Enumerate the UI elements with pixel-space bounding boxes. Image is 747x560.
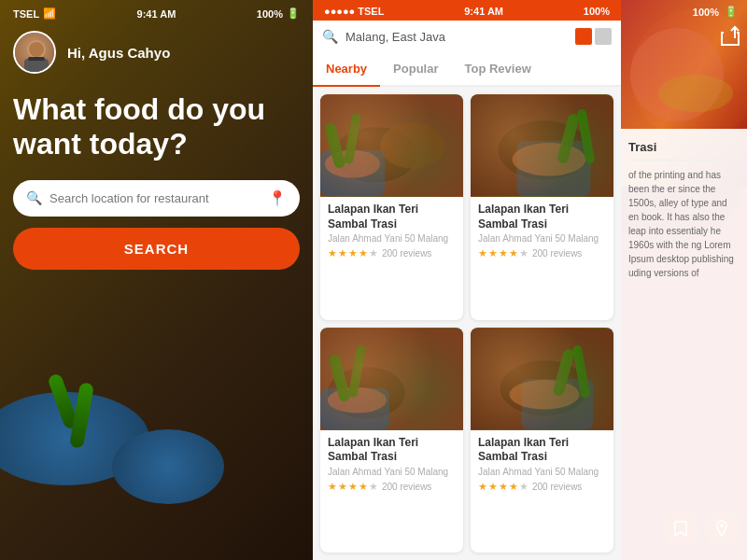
review-count-4: 200 reviews <box>532 482 582 492</box>
svg-rect-2 <box>24 59 49 74</box>
view-toggle[interactable] <box>575 28 612 45</box>
search-row: 🔍 <box>313 21 621 52</box>
svg-point-6 <box>380 122 444 168</box>
food-image-1 <box>320 94 463 197</box>
food-card[interactable]: Lalapan Ikan Teri Sambal Trasi Jalan Ahm… <box>320 328 463 553</box>
svg-point-26 <box>509 379 579 409</box>
svg-point-20 <box>328 386 387 413</box>
mid-carrier: ●●●●● TSEL <box>324 6 384 17</box>
tab-nearby[interactable]: Nearby <box>313 52 380 85</box>
tab-nearby-label: Nearby <box>326 62 367 76</box>
food-info-1: Lalapan Ikan Teri Sambal Trasi Jalan Ahm… <box>320 197 463 267</box>
stars-4: ★ ★ ★ ★ ★ <box>478 481 529 493</box>
carrier-text: TSEL <box>13 8 39 20</box>
share-button[interactable] <box>621 21 747 54</box>
right-text-panel: Trasi of the printing and has been the e… <box>621 129 747 560</box>
battery-info: 100% 🔋 <box>257 7 300 20</box>
list-view-btn[interactable] <box>595 28 612 45</box>
headline-content: What food do you want today? <box>13 92 265 161</box>
star-3: ★ <box>348 247 358 259</box>
svg-rect-28 <box>572 344 591 399</box>
left-panel: TSEL 📶 9:41 AM 100% 🔋 <box>0 0 313 560</box>
food-card[interactable]: Lalapan Ikan Teri Sambal Trasi Jalan Ahm… <box>320 94 463 320</box>
svg-rect-7 <box>320 150 385 196</box>
food-svg-1 <box>320 94 463 197</box>
food-image-3 <box>320 328 463 430</box>
svg-point-8 <box>325 150 380 178</box>
svg-rect-9 <box>324 122 346 170</box>
svg-rect-4 <box>320 95 463 197</box>
search-icon: 🔍 <box>26 190 42 205</box>
star-3: ★ <box>499 481 508 493</box>
svg-rect-10 <box>344 113 361 164</box>
svg-rect-27 <box>552 347 575 397</box>
status-bar-left: TSEL 📶 9:41 AM 100% 🔋 <box>0 0 313 23</box>
grid-view-btn[interactable] <box>575 28 592 45</box>
search-box[interactable]: 🔍 📍 <box>13 180 300 217</box>
star-2: ★ <box>338 481 347 493</box>
food-card[interactable]: Lalapan Ikan Teri Sambal Trasi Jalan Ahm… <box>471 94 613 320</box>
star-1: ★ <box>328 481 337 493</box>
mid-time: 9:41 AM <box>464 6 503 17</box>
food-image-4 <box>471 328 613 430</box>
mid-battery: 100% <box>584 6 610 17</box>
svg-point-5 <box>334 127 417 182</box>
svg-rect-16 <box>576 108 595 164</box>
food-info-4: Lalapan Ikan Teri Sambal Trasi Jalan Ahm… <box>471 430 613 500</box>
star-5: ★ <box>519 481 529 493</box>
headline-text: What food do you want today? <box>0 83 313 180</box>
food-name-3: Lalapan Ikan Teri Sambal Trasi <box>328 436 456 465</box>
star-1: ★ <box>478 247 487 259</box>
food-svg-4 <box>471 328 613 430</box>
food-rating-1: ★ ★ ★ ★ ★ 200 reviews <box>328 247 456 259</box>
svg-rect-25 <box>521 379 593 429</box>
wifi-icon: 📶 <box>43 7 56 20</box>
svg-rect-13 <box>516 141 590 196</box>
food-card[interactable]: Lalapan Ikan Teri Sambal Trasi Jalan Ahm… <box>471 328 613 553</box>
left-content: TSEL 📶 9:41 AM 100% 🔋 <box>0 0 313 560</box>
svg-point-1 <box>29 42 44 57</box>
svg-rect-3 <box>28 57 45 61</box>
food-name-2: Lalapan Ikan Teri Sambal Trasi <box>478 203 606 231</box>
svg-point-18 <box>328 367 405 418</box>
food-svg-3 <box>320 328 463 430</box>
svg-point-12 <box>499 120 591 179</box>
battery-text: 100% <box>257 8 283 20</box>
food-rating-3: ★ ★ ★ ★ ★ 200 reviews <box>328 481 456 493</box>
food-grid: Lalapan Ikan Teri Sambal Trasi Jalan Ahm… <box>313 87 621 560</box>
search-button[interactable]: SEARCH <box>13 228 300 270</box>
food-rating-2: ★ ★ ★ ★ ★ 200 reviews <box>478 247 606 259</box>
stars-1: ★ ★ ★ ★ ★ <box>328 247 378 259</box>
svg-point-14 <box>512 143 585 176</box>
stars-2: ★ ★ ★ ★ ★ <box>478 247 529 259</box>
star-2: ★ <box>488 481 498 493</box>
right-panel: 100% 🔋 Trasi of the printing and has bee… <box>621 0 747 560</box>
avatar-svg <box>15 33 56 74</box>
avatar <box>13 31 56 74</box>
svg-rect-19 <box>320 387 389 428</box>
right-body-text: of the printing and has been the er sinc… <box>628 168 740 280</box>
location-search-input[interactable] <box>345 30 568 44</box>
tab-popular[interactable]: Popular <box>380 52 451 85</box>
svg-rect-22 <box>348 344 366 398</box>
food-info-3: Lalapan Ikan Teri Sambal Trasi Jalan Ahm… <box>320 430 463 500</box>
right-content: 100% 🔋 Trasi of the printing and has bee… <box>621 0 747 560</box>
svg-point-24 <box>500 360 589 415</box>
tab-popular-label: Popular <box>393 62 438 76</box>
share-icon <box>721 25 740 46</box>
star-3: ★ <box>348 481 358 493</box>
star-2: ★ <box>488 247 498 259</box>
right-divider <box>628 160 740 161</box>
star-1: ★ <box>478 481 487 493</box>
star-5: ★ <box>369 481 378 493</box>
tab-top-review[interactable]: Top Review <box>451 52 543 85</box>
review-count-3: 200 reviews <box>382 482 431 492</box>
search-input[interactable] <box>49 191 261 205</box>
food-address-4: Jalan Ahmad Yani 50 Malang <box>478 467 606 477</box>
status-bar-right: 100% 🔋 <box>621 0 747 21</box>
svg-rect-23 <box>471 328 613 429</box>
food-name-4: Lalapan Ikan Teri Sambal Trasi <box>478 436 606 465</box>
avatar-face <box>15 33 54 72</box>
user-row: Hi, Agus Cahyo <box>0 23 313 83</box>
food-rating-4: ★ ★ ★ ★ ★ 200 reviews <box>478 481 606 493</box>
